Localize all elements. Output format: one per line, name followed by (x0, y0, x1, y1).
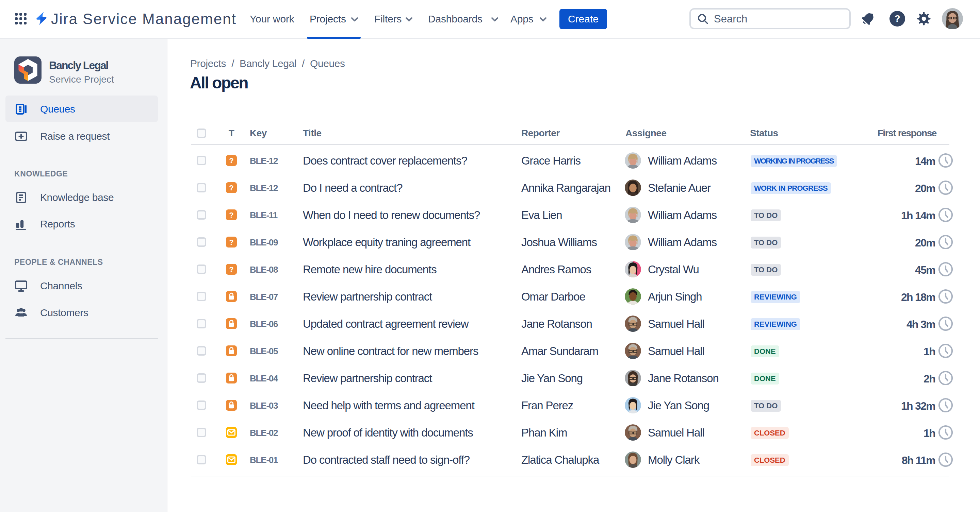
svg-text:?: ? (229, 238, 234, 246)
svg-text:?: ? (229, 156, 234, 165)
svg-text:?: ? (229, 211, 234, 219)
svg-text:?: ? (229, 184, 234, 192)
svg-text:?: ? (229, 265, 234, 274)
